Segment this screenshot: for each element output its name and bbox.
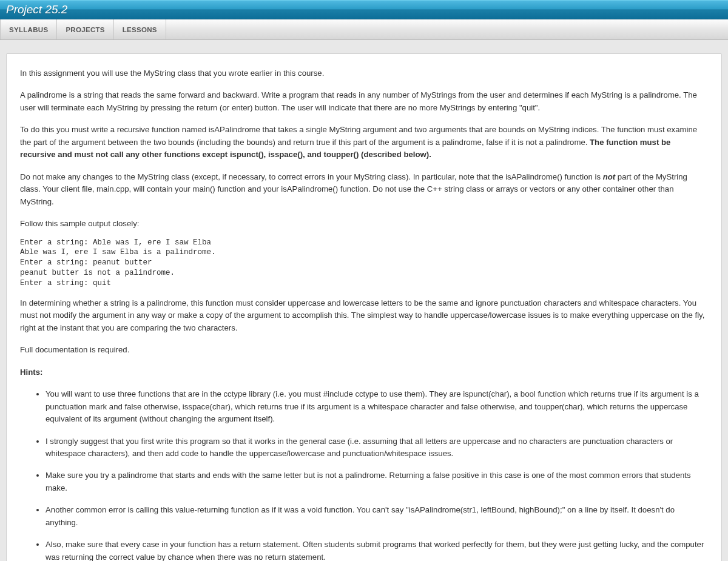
sample-output: Enter a string: Able was I, ere I saw El… bbox=[20, 238, 708, 289]
hints-list: You will want to use three functions tha… bbox=[20, 388, 708, 561]
case-and-punct-rules: In determining whether a string is a pal… bbox=[20, 297, 708, 334]
assignment-content: In this assignment you will use the MySt… bbox=[6, 53, 722, 561]
tab-lessons[interactable]: LESSONS bbox=[114, 19, 166, 39]
not-emphasis: not bbox=[603, 172, 616, 181]
hints-heading-label: Hints: bbox=[20, 368, 42, 377]
sample-output-label: Follow this sample output closely: bbox=[20, 218, 708, 230]
page-body: In this assignment you will use the MySt… bbox=[0, 40, 728, 561]
list-item: Another common error is calling this val… bbox=[46, 504, 708, 529]
tabs-bar: SYLLABUS PROJECTS LESSONS bbox=[0, 19, 728, 40]
list-item: Also, make sure that every case in your … bbox=[46, 539, 708, 561]
tab-projects[interactable]: PROJECTS bbox=[57, 19, 113, 39]
page-title: Project 25.2 bbox=[6, 3, 67, 16]
mystring-restrictions-a: Do not make any changes to the MyString … bbox=[20, 172, 603, 181]
recursive-requirement: To do this you must write a recursive fu… bbox=[20, 124, 708, 161]
tab-syllabus[interactable]: SYLLABUS bbox=[0, 19, 57, 39]
intro-paragraph: In this assignment you will use the MySt… bbox=[20, 67, 708, 79]
list-item: I strongly suggest that you first write … bbox=[46, 435, 708, 460]
list-item: Make sure you try a palindrome that star… bbox=[46, 469, 708, 494]
palindrome-definition: A palindrome is a string that reads the … bbox=[20, 89, 708, 114]
documentation-note: Full documentation is required. bbox=[20, 344, 708, 356]
hints-heading: Hints: bbox=[20, 366, 708, 378]
header-bar: Project 25.2 bbox=[0, 0, 728, 19]
mystring-restrictions: Do not make any changes to the MyString … bbox=[20, 171, 708, 208]
list-item: You will want to use three functions tha… bbox=[46, 388, 708, 425]
